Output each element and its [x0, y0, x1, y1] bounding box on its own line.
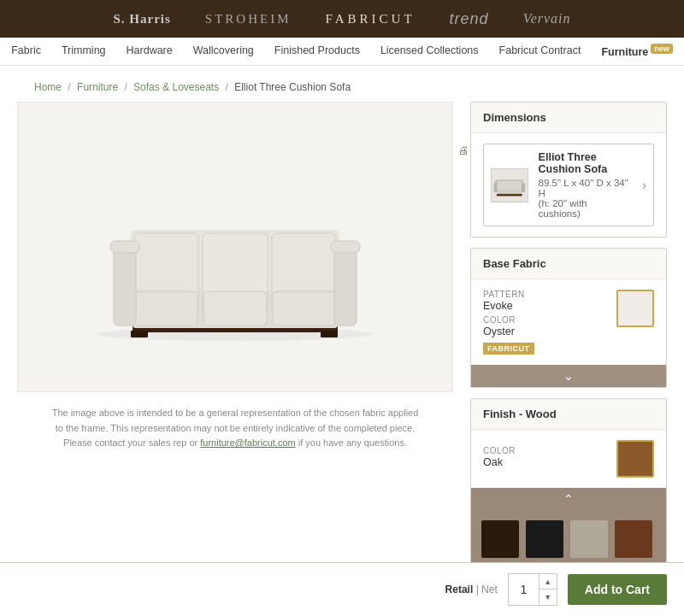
brand-fabricut: FABRICUT [326, 12, 416, 26]
dimension-sofa-icon [492, 172, 528, 199]
finish-color-swatch[interactable] [616, 440, 654, 478]
base-fabric-header: Base Fabric [471, 249, 666, 279]
finish-wood-header: Finish - Wood [471, 399, 666, 430]
svg-rect-21 [497, 194, 522, 196]
svg-rect-13 [334, 247, 357, 326]
nav-fabricut-contract[interactable]: Fabricut Contract [499, 44, 581, 58]
dimension-product-name: Elliot Three Cushion Sofa [539, 151, 632, 175]
svg-rect-11 [273, 291, 336, 326]
breadcrumb-category[interactable]: Sofas & Loveseats [133, 81, 219, 93]
breadcrumb-current: Elliot Three Cushion Sofa [234, 81, 351, 93]
brand-sharris: S. Harris [114, 12, 171, 26]
fabric-pattern-value: Evoke [483, 300, 616, 312]
fabric-pattern-label: PATTERN [483, 290, 616, 299]
nav-trimming[interactable]: Trimming [62, 44, 106, 58]
dimension-chevron-icon[interactable]: › [642, 178, 646, 193]
svg-rect-3 [321, 331, 338, 337]
nav-bar: Fabric Trimming Hardware Wallcovering Fi… [0, 38, 684, 66]
brand-bar: S. Harris STROHEIM FABRICUT trend Vervai… [0, 0, 684, 38]
product-left: The image above is intended to be a gene… [17, 102, 453, 616]
add-to-cart-button[interactable]: Add to Cart [568, 574, 667, 605]
svg-rect-15 [331, 241, 360, 253]
fabricut-badge: FABRICUT [483, 343, 534, 355]
sofa-image [56, 136, 415, 358]
nav-hardware[interactable]: Hardware [127, 44, 173, 58]
finish-info: COLOR Oak [483, 446, 516, 472]
fabric-swatch[interactable] [616, 290, 654, 327]
main-content: The image above is intended to be a gene… [0, 102, 684, 616]
product-right: Dimensions [470, 102, 667, 616]
image-disclaimer: The image above is intended to be a gene… [17, 392, 453, 465]
swatch-dark-walnut[interactable] [615, 520, 652, 558]
nav-furniture[interactable]: Furniturenew [601, 44, 672, 58]
nav-wallcovering[interactable]: Wallcovering [193, 44, 254, 58]
fabric-expand-bar[interactable]: ⌄ [471, 365, 666, 387]
swatch-dark-espresso[interactable] [481, 520, 519, 558]
bottom-bar: Retail | Net 1 ▲ ▼ Add to Cart [0, 562, 684, 616]
retail-label[interactable]: Retail [445, 584, 474, 595]
nav-fabric[interactable]: Fabric [11, 44, 41, 58]
breadcrumb-home[interactable]: Home [34, 81, 62, 93]
nav-licensed-collections[interactable]: Licensed Collections [380, 44, 479, 58]
base-fabric-body: PATTERN Evoke COLOR Oyster FABRICUT [471, 279, 666, 365]
finish-color-label: COLOR [483, 446, 516, 455]
nav-finished-products[interactable]: Finished Products [274, 44, 360, 58]
finish-wood-body: COLOR Oak [471, 430, 666, 488]
breadcrumb-furniture[interactable]: Furniture [77, 81, 118, 93]
product-image-area [17, 102, 453, 392]
svg-rect-2 [131, 331, 148, 337]
quantity-stepper[interactable]: 1 ▲ ▼ [508, 573, 557, 606]
dimension-row: Elliot Three Cushion Sofa 89.5" L x 40" … [491, 151, 646, 219]
fabric-color-value: Oyster [483, 326, 616, 337]
dimension-size: 89.5" L x 40" D x 34" H [539, 178, 632, 198]
dimensions-body: Elliot Three Cushion Sofa 89.5" L x 40" … [471, 133, 666, 237]
dimension-cushion-note: (h: 20" with cushions) [539, 198, 632, 219]
svg-rect-9 [134, 291, 198, 326]
net-label[interactable]: Net [481, 584, 498, 595]
fabric-row: PATTERN Evoke COLOR Oyster FABRICUT [483, 290, 654, 355]
dimensions-inner: Elliot Three Cushion Sofa 89.5" L x 40" … [483, 144, 654, 226]
disclaimer-email[interactable]: furniture@fabricut.com [200, 437, 295, 448]
brand-stroheim: STROHEIM [205, 12, 292, 26]
fabric-info: PATTERN Evoke COLOR Oyster FABRICUT [483, 290, 616, 355]
base-fabric-panel: Base Fabric PATTERN Evoke COLOR Oyster F… [470, 248, 667, 388]
swatch-grey-oak[interactable] [570, 520, 608, 558]
svg-rect-10 [203, 291, 267, 326]
finish-row: COLOR Oak [483, 440, 654, 478]
dimension-info: Elliot Three Cushion Sofa 89.5" L x 40" … [539, 151, 632, 219]
quantity-arrows: ▲ ▼ [540, 574, 557, 605]
brand-trend: trend [450, 10, 489, 28]
retail-net: Retail | Net [445, 584, 498, 595]
svg-rect-12 [114, 247, 136, 326]
dimensions-panel: Dimensions [470, 102, 667, 238]
quantity-value: 1 [509, 574, 540, 605]
brand-vervain: Vervain [523, 11, 571, 26]
dimension-thumb [491, 168, 528, 202]
fabric-color-label: COLOR [483, 315, 616, 325]
wood-expand-bar[interactable]: ⌃ [471, 488, 666, 510]
svg-rect-19 [498, 181, 522, 190]
breadcrumb: Home / Furniture / Sofas & Loveseats / E… [17, 73, 667, 102]
dimensions-header: Dimensions [471, 103, 666, 133]
swatch-ebony[interactable] [526, 520, 563, 558]
svg-rect-14 [110, 241, 139, 253]
quantity-up-arrow[interactable]: ▲ [540, 574, 557, 590]
quantity-down-arrow[interactable]: ▼ [540, 590, 557, 605]
new-badge: new [651, 44, 673, 54]
finish-color-value: Oak [483, 456, 516, 468]
